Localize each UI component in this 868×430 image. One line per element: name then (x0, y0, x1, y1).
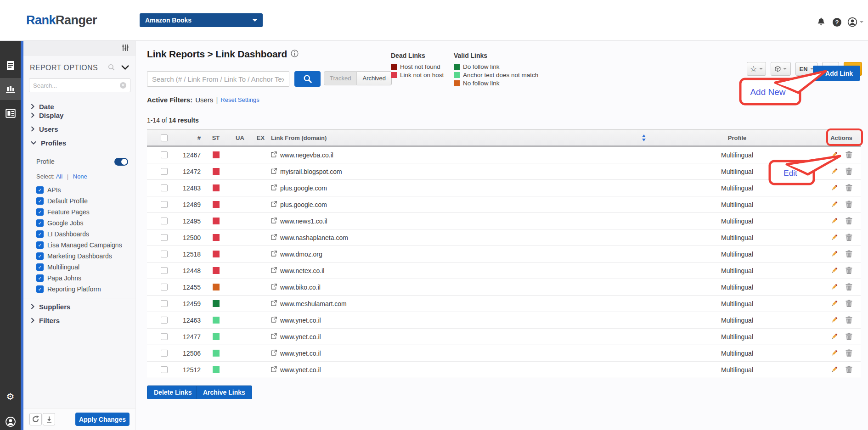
row-checkbox[interactable] (161, 234, 168, 241)
account-person-icon[interactable] (0, 411, 21, 430)
link-from-domain[interactable]: www.ynet.co.il (280, 317, 321, 324)
link-from-domain[interactable]: www.biko.co.il (280, 284, 321, 291)
profile-checkbox-item[interactable]: ✓LI Dashboards (36, 229, 133, 240)
sort-arrows-icon[interactable] (642, 134, 646, 141)
search-button[interactable] (294, 71, 321, 87)
select-none-link[interactable]: None (73, 173, 87, 180)
edit-pencil-icon[interactable] (830, 201, 838, 208)
delete-trash-icon[interactable] (845, 283, 852, 291)
row-checkbox[interactable] (161, 267, 168, 274)
sidebar-section-users[interactable]: Users (23, 122, 135, 136)
apply-changes-button[interactable]: Apply Changes (75, 413, 130, 426)
reset-refresh-button[interactable] (29, 413, 42, 425)
profile-checkbox-item[interactable]: ✓Google Jobs (36, 218, 133, 229)
profile-toggle-switch[interactable] (114, 158, 128, 166)
delete-trash-icon[interactable] (845, 201, 852, 208)
select-all-checkbox[interactable] (161, 134, 168, 141)
row-checkbox[interactable] (161, 184, 168, 191)
delete-trash-icon[interactable] (845, 349, 852, 357)
delete-trash-icon[interactable] (845, 234, 852, 241)
edit-pencil-icon[interactable] (830, 333, 838, 341)
edit-pencil-icon[interactable] (830, 300, 838, 307)
delete-trash-icon[interactable] (845, 366, 852, 374)
row-checkbox[interactable] (161, 251, 168, 257)
row-checkbox[interactable] (161, 317, 168, 324)
checkbox-checked-icon[interactable]: ✓ (36, 230, 44, 238)
column-header-ex[interactable]: EX (250, 134, 271, 141)
archived-tab[interactable]: Archived (357, 71, 392, 85)
row-checkbox[interactable] (161, 333, 168, 340)
clear-search-icon[interactable]: ✕ (120, 82, 126, 89)
checkbox-checked-icon[interactable]: ✓ (36, 274, 44, 282)
row-checkbox[interactable] (161, 151, 168, 158)
link-from-domain[interactable]: myisrail.blogspot.com (280, 168, 342, 175)
row-checkbox[interactable] (161, 366, 168, 373)
export-download-button[interactable] (43, 413, 55, 425)
edit-pencil-icon[interactable] (830, 267, 838, 274)
checkbox-checked-icon[interactable]: ✓ (36, 285, 44, 293)
profile-checkbox-item[interactable]: ✓APIs (36, 184, 133, 195)
settings-gear-icon[interactable]: ⚙ (0, 385, 21, 408)
profile-checkbox-item[interactable]: ✓Feature Pages (36, 207, 133, 218)
link-from-domain[interactable]: www.negevba.co.il (280, 151, 333, 159)
archive-links-button[interactable]: Archive Links (196, 385, 252, 399)
nav-dashboard-icon[interactable] (0, 102, 21, 124)
nav-reports-icon[interactable] (0, 55, 21, 77)
row-checkbox[interactable] (161, 201, 168, 208)
row-checkbox[interactable] (161, 218, 168, 224)
nav-analytics-icon[interactable] (0, 78, 21, 100)
sidebar-section-profiles[interactable]: Profiles (23, 136, 135, 150)
profile-checkbox-item[interactable]: ✓Papa Johns (36, 273, 133, 284)
link-from-domain[interactable]: plus.google.com (280, 184, 327, 192)
edit-pencil-icon[interactable] (830, 316, 838, 324)
help-icon[interactable]: ? (831, 17, 842, 28)
column-header-link-from[interactable]: Link From (domain) (271, 134, 652, 141)
column-header-st[interactable]: ST (202, 134, 230, 141)
checkbox-checked-icon[interactable]: ✓ (36, 219, 44, 227)
column-header-id[interactable]: # (179, 134, 202, 141)
sidebar-section-filters[interactable]: Filters (23, 313, 135, 327)
link-from-domain[interactable]: www.ynet.co.il (280, 366, 321, 374)
checkbox-checked-icon[interactable]: ✓ (36, 252, 44, 260)
link-from-domain[interactable]: www.nashaplaneta.com (280, 234, 348, 241)
link-from-domain[interactable]: www.dmoz.org (280, 251, 322, 258)
edit-pencil-icon[interactable] (830, 349, 838, 357)
checkbox-checked-icon[interactable]: ✓ (36, 186, 44, 194)
profile-checkbox-item[interactable]: ✓Multilingual (36, 262, 133, 273)
column-header-ua[interactable]: UA (230, 134, 250, 141)
edit-pencil-icon[interactable] (830, 217, 838, 225)
link-from-domain[interactable]: www.news1.co.il (280, 218, 327, 225)
sidebar-section-display[interactable]: Display (23, 108, 135, 122)
link-from-domain[interactable]: plus.google.com (280, 201, 327, 208)
row-checkbox[interactable] (161, 350, 168, 357)
notifications-bell-icon[interactable] (816, 17, 827, 28)
user-account-icon[interactable] (847, 17, 858, 28)
edit-pencil-icon[interactable] (830, 234, 838, 241)
panel-search-input[interactable] (33, 82, 120, 89)
delete-trash-icon[interactable] (845, 333, 852, 341)
checkbox-checked-icon[interactable]: ✓ (36, 197, 44, 205)
delete-trash-icon[interactable] (845, 217, 852, 225)
link-search-input[interactable] (147, 71, 289, 87)
link-from-domain[interactable]: www.ynet.co.il (280, 333, 321, 341)
reset-settings-link[interactable]: Reset Settings (220, 96, 259, 103)
tracked-tab[interactable]: Tracked (324, 71, 357, 85)
checkbox-checked-icon[interactable]: ✓ (36, 241, 44, 249)
delete-trash-icon[interactable] (845, 316, 852, 324)
checkbox-checked-icon[interactable]: ✓ (36, 208, 44, 216)
edit-pencil-icon[interactable] (830, 283, 838, 291)
row-checkbox[interactable] (161, 168, 168, 175)
column-header-profile[interactable]: Profile (652, 134, 822, 141)
row-checkbox[interactable] (161, 300, 168, 307)
profile-checkbox-item[interactable]: ✓Marketing Dashboards (36, 251, 133, 262)
delete-trash-icon[interactable] (845, 267, 852, 274)
select-all-link[interactable]: All (56, 173, 62, 180)
profile-checkbox-item[interactable]: ✓Reporting Platform (36, 284, 133, 295)
delete-links-button[interactable]: Delete Links (147, 385, 198, 399)
panel-search-icon[interactable] (108, 64, 121, 73)
row-checkbox[interactable] (161, 284, 168, 290)
profile-checkbox-item[interactable]: ✓Lisa Managed Campaigns (36, 240, 133, 251)
profile-checkbox-item[interactable]: ✓Default Profile (36, 195, 133, 207)
link-from-domain[interactable]: www.ynet.co.il (280, 350, 321, 357)
link-from-domain[interactable]: www.meshulamart.com (280, 300, 347, 307)
